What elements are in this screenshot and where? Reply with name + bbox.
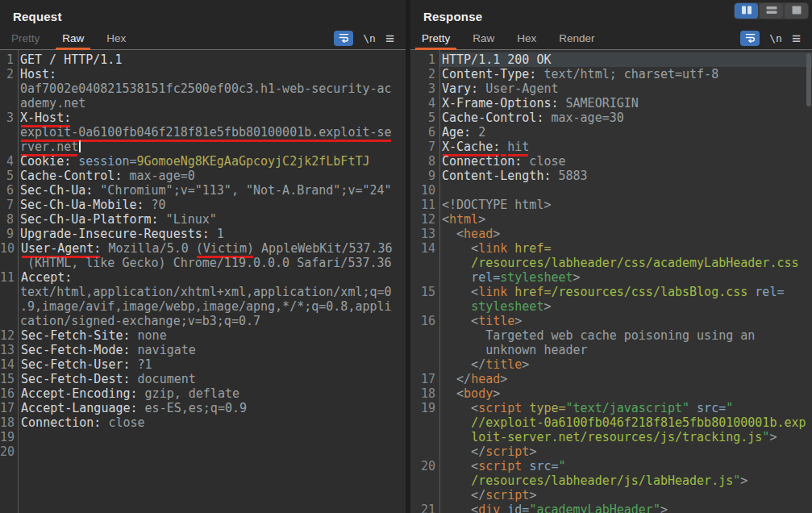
response-header: Response PrettyRawHexRender \n ≡	[410, 0, 812, 50]
line-number	[410, 415, 439, 430]
response-tab-hex[interactable]: Hex	[506, 29, 548, 49]
layout-single-button[interactable]	[785, 3, 808, 19]
code-text: User-Agent: Mozilla/5.0 (Victim) AppleWe…	[19, 241, 406, 256]
code-row[interactable]: 4Cookie: session=9GomoeNg8KEgAaGpcoyjC2j…	[0, 154, 406, 169]
code-row[interactable]: ademy.net	[0, 96, 406, 111]
code-row[interactable]: //exploit-0a6100fb046f218f81e5fbb8010000…	[410, 415, 812, 430]
code-row[interactable]: 3X-Host:	[0, 111, 406, 125]
code-row[interactable]: 11<!DOCTYPE html>	[410, 198, 812, 212]
code-segment: Sec-Fetch-User:	[21, 357, 130, 372]
request-tab-pretty[interactable]: Pretty	[0, 29, 51, 49]
code-row[interactable]: 0af7002e040821538151fc2500ef00c3.h1-web-…	[0, 81, 406, 96]
code-row[interactable]: cation/signed-exchange;v=b3;q=0.7	[0, 314, 406, 328]
code-row[interactable]: 20	[0, 444, 406, 459]
code-row[interactable]: 6Sec-Ch-Ua: "Chromium";v="113", "Not-A.B…	[0, 183, 406, 198]
editor-menu-button[interactable]: ≡	[792, 34, 801, 44]
code-row[interactable]: 16 <title>	[410, 314, 812, 328]
code-row[interactable]: 10User-Agent: Mozilla/5.0 (Victim) Apple…	[0, 241, 406, 256]
code-segment: text/html,application/xhtml+xml,applicat…	[20, 285, 392, 299]
code-text: </script>	[439, 444, 812, 459]
newline-toggle-button[interactable]: \n	[363, 32, 376, 44]
code-row[interactable]: unknown header	[410, 343, 812, 357]
code-row[interactable]: 1HTTP/1.1 200 OK	[410, 52, 812, 67]
code-row[interactable]: 15Sec-Fetch-Dest: document	[0, 372, 406, 386]
code-row[interactable]: 5Cache-Control: max-age=0	[0, 169, 406, 183]
code-row[interactable]: 7Sec-Ch-Ua-Mobile: ?0	[0, 198, 406, 212]
line-number	[410, 270, 439, 285]
code-row[interactable]: 5Cache-Control: max-age=30	[410, 111, 812, 125]
code-segment: </	[442, 488, 485, 503]
request-tab-hex[interactable]: Hex	[95, 29, 137, 49]
code-row[interactable]: 17Accept-Language: es-ES,es;q=0.9	[0, 401, 406, 415]
request-tab-raw[interactable]: Raw	[51, 29, 95, 49]
code-row[interactable]: stylesheet>	[410, 299, 812, 314]
line-number: 10	[410, 183, 439, 198]
response-editor[interactable]: 1HTTP/1.1 200 OK2Content-Type: text/html…	[410, 50, 812, 513]
code-row[interactable]: 14Sec-Fetch-User: ?1	[0, 357, 406, 372]
code-row[interactable]: rel=stylesheet>	[410, 270, 812, 285]
code-row[interactable]: 1GET / HTTP/1.1	[0, 52, 406, 67]
code-row[interactable]: .9,image/avif,image/webp,image/apng,*/*;…	[0, 299, 406, 314]
editor-menu-button[interactable]: ≡	[385, 34, 394, 44]
newline-toggle-button[interactable]: \n	[769, 32, 782, 44]
code-row[interactable]: 13 <head>	[410, 227, 812, 241]
code-row[interactable]: 17 </head>	[410, 372, 812, 386]
response-tab-render[interactable]: Render	[548, 29, 606, 49]
request-editor[interactable]: 1GET / HTTP/1.12Host:0af7002e04082153815…	[0, 50, 406, 513]
code-row[interactable]: 7X-Cache: hit	[410, 140, 812, 154]
code-row[interactable]: 11Accept:	[0, 270, 406, 285]
code-row[interactable]: 2Content-Type: text/html; charset=utf-8	[410, 67, 812, 81]
code-row[interactable]: 13Sec-Fetch-Mode: navigate	[0, 343, 406, 357]
annotation-underline-text: hit	[507, 140, 529, 154]
code-row[interactable]: 6Age: 2	[410, 125, 812, 140]
code-row[interactable]: 14 <link href=	[410, 241, 812, 256]
code-row[interactable]: Targeted web cache poisoning using an	[410, 328, 812, 343]
code-row[interactable]: text/html,application/xhtml+xml,applicat…	[0, 285, 406, 299]
code-row[interactable]: /resources/labheader/js/labHeader.js">	[410, 473, 812, 488]
code-row[interactable]: 19 <script type="text/javascript" src="	[410, 401, 812, 415]
word-wrap-button[interactable]	[334, 31, 353, 46]
layout-rows-button[interactable]	[760, 3, 783, 19]
code-row[interactable]: (KHTML, like Gecko) Chrome/119.0.0.0 Saf…	[0, 256, 406, 270]
code-segment: Sec-Fetch-Site:	[21, 328, 130, 343]
code-row[interactable]: 19	[0, 430, 406, 444]
code-row[interactable]: 16Accept-Encoding: gzip, deflate	[0, 386, 406, 401]
word-wrap-button[interactable]	[740, 31, 760, 46]
code-row[interactable]: </title>	[410, 357, 812, 372]
code-segment: Sec-Fetch-Mode:	[21, 343, 130, 357]
code-row[interactable]: 8Connection: close	[410, 154, 812, 169]
line-number: 14	[410, 241, 439, 256]
code-row[interactable]: </script>	[410, 488, 812, 503]
code-row[interactable]: loit-server.net/resources/js/tracking.js…	[410, 430, 812, 444]
code-row[interactable]: rver.net	[0, 140, 406, 154]
code-row[interactable]: 4X-Frame-Options: SAMEORIGIN	[410, 96, 812, 111]
code-row[interactable]: 9Content-Length: 5883	[410, 169, 812, 183]
code-text: /resources/labheader/js/labHeader.js">	[439, 473, 812, 488]
code-row[interactable]: </script>	[410, 444, 812, 459]
code-segment: src=	[529, 459, 558, 473]
layout-columns-button[interactable]	[735, 3, 758, 19]
response-tab-pretty[interactable]: Pretty	[410, 29, 461, 49]
response-tab-raw[interactable]: Raw	[461, 29, 506, 49]
code-row[interactable]: 18 <body>	[410, 386, 812, 401]
vertical-scrollbar[interactable]	[806, 53, 811, 106]
code-row[interactable]: exploit-0a6100fb046f218f81e5fbb80100001b…	[0, 125, 406, 140]
code-segment: Host:	[20, 67, 56, 81]
code-row[interactable]: /resources/labheader/css/academyLabHeade…	[410, 256, 812, 270]
code-segment: navigate	[131, 343, 196, 357]
code-row[interactable]: 3Vary: User-Agent	[410, 81, 812, 96]
code-row[interactable]: 10	[410, 183, 812, 198]
code-row[interactable]: 15 <link href=/resources/css/labsBlog.cs…	[410, 285, 812, 299]
code-text: exploit-0a6100fb046f218f81e5fbb80100001b…	[18, 125, 406, 140]
code-row[interactable]: 21 <div id="academyLabHeader">	[410, 503, 812, 513]
code-row[interactable]: 9Upgrade-Insecure-Requests: 1	[0, 227, 406, 241]
code-row[interactable]: 18Connection: close	[0, 415, 406, 430]
code-text: <link href=	[439, 241, 812, 256]
code-row[interactable]: 20 <script src="	[410, 459, 812, 473]
code-text: HTTP/1.1 200 OK	[439, 52, 812, 67]
code-row[interactable]: 2Host:	[0, 67, 406, 81]
code-row[interactable]: 8Sec-Ch-Ua-Platform: "Linux"	[0, 212, 406, 227]
code-row[interactable]: 12Sec-Fetch-Site: none	[0, 328, 406, 343]
code-row[interactable]: 12<html>	[410, 212, 812, 227]
code-segment: unknown header	[442, 343, 588, 357]
